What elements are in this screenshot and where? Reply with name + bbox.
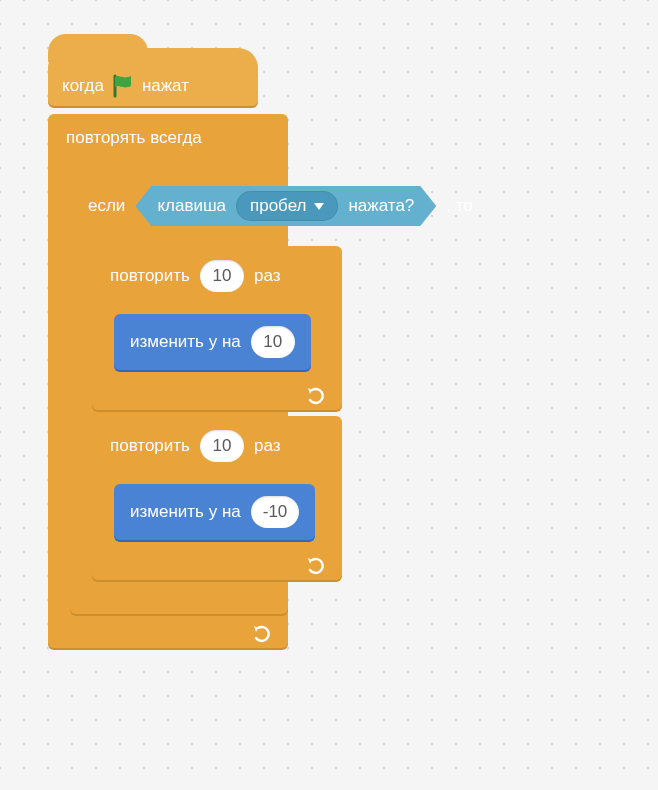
repeat1-times-label: раз bbox=[254, 266, 281, 286]
sensing-pressed-label: нажата? bbox=[348, 196, 414, 216]
loop-arrow-icon bbox=[306, 556, 328, 576]
key-dropdown-value: пробел bbox=[250, 196, 306, 216]
forever-block[interactable]: повторять всегда если клавиша пробел наж… bbox=[48, 114, 288, 648]
sensing-key-label: клавиша bbox=[157, 196, 226, 216]
change-y2-value-input[interactable]: -10 bbox=[251, 496, 300, 528]
change-y2-label: изменить y на bbox=[130, 502, 241, 522]
repeat2-body: изменить y на -10 bbox=[114, 476, 342, 550]
loop-arrow-icon bbox=[306, 386, 328, 406]
repeat-block-2[interactable]: повторить 10 раз изменить y на -10 bbox=[92, 416, 342, 580]
if-block[interactable]: если клавиша пробел нажата? , то повтори… bbox=[70, 172, 288, 614]
forever-body: если клавиша пробел нажата? , то повтори… bbox=[70, 162, 288, 618]
key-dropdown[interactable]: пробел bbox=[236, 191, 338, 221]
repeat2-label: повторить bbox=[110, 436, 190, 456]
repeat2-count-input[interactable]: 10 bbox=[200, 430, 244, 462]
repeat2-times-label: раз bbox=[254, 436, 281, 456]
change-y-block-1[interactable]: изменить y на 10 bbox=[114, 314, 311, 370]
key-pressed-reporter[interactable]: клавиша пробел нажата? bbox=[135, 186, 436, 226]
if-foot bbox=[70, 584, 580, 614]
then-label: , то bbox=[446, 196, 473, 216]
if-label: если bbox=[88, 196, 125, 216]
hat-when-label: когда bbox=[62, 76, 104, 96]
repeat1-head: повторить 10 раз bbox=[92, 246, 342, 306]
forever-head: повторять всегда bbox=[48, 114, 288, 162]
event-hat-when-flag-clicked[interactable]: когда нажат bbox=[48, 48, 258, 106]
repeat-block-1[interactable]: повторить 10 раз изменить y на 10 bbox=[92, 246, 342, 410]
chevron-down-icon bbox=[314, 203, 324, 210]
repeat1-body: изменить y на 10 bbox=[114, 306, 342, 380]
if-head: если клавиша пробел нажата? , то bbox=[70, 172, 580, 240]
if-body: повторить 10 раз изменить y на 10 bbox=[92, 240, 288, 584]
green-flag-icon bbox=[112, 74, 134, 98]
repeat1-foot bbox=[92, 380, 342, 410]
loop-arrow-icon bbox=[252, 624, 274, 644]
repeat1-count-input[interactable]: 10 bbox=[200, 260, 244, 292]
repeat1-label: повторить bbox=[110, 266, 190, 286]
repeat2-head: повторить 10 раз bbox=[92, 416, 342, 476]
hat-clicked-label: нажат bbox=[142, 76, 189, 96]
change-y1-label: изменить y на bbox=[130, 332, 241, 352]
change-y1-value-input[interactable]: 10 bbox=[251, 326, 295, 358]
forever-foot bbox=[48, 618, 288, 648]
change-y-block-2[interactable]: изменить y на -10 bbox=[114, 484, 315, 540]
repeat2-foot bbox=[92, 550, 342, 580]
forever-label: повторять всегда bbox=[66, 128, 202, 148]
